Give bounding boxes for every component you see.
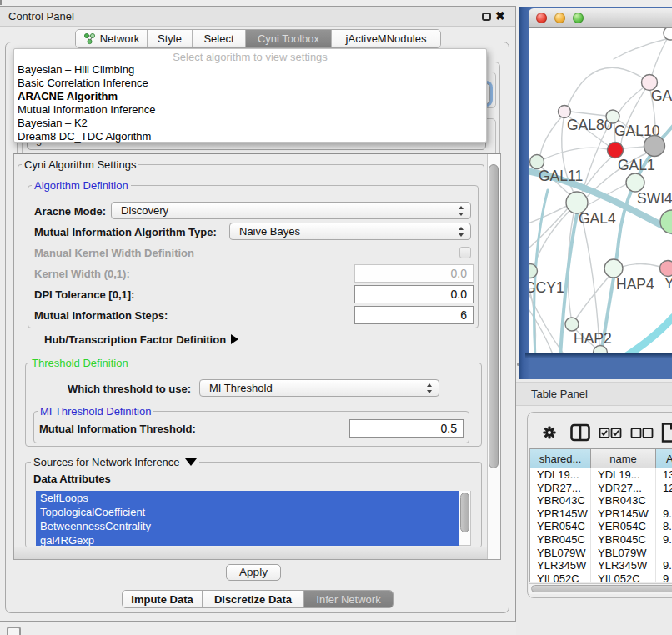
chevron-right-icon[interactable] [231,334,238,344]
network-node-n-pink[interactable] [660,261,672,277]
close-icon[interactable]: ✖ [495,9,505,22]
network-edge[interactable] [624,147,644,148]
algorithm-option[interactable]: Dream8 DC_TDC Algorithm [18,130,151,142]
algorithm-option[interactable]: Bayesian – Hill Climbing [18,63,134,76]
table-row[interactable]: YDR27...YDR27...12 [530,482,672,495]
network-edge[interactable] [544,148,608,159]
network-node-hap2[interactable] [565,318,579,331]
deselect-all-icon[interactable] [630,422,654,443]
tab-network[interactable]: Network [76,30,148,48]
close-icon[interactable] [536,12,547,23]
mi-type-value: Naive Bayes [239,225,300,238]
zoom-icon[interactable] [573,12,584,23]
table-row[interactable]: YBR045CYBR045C9. [530,533,672,547]
scrollbar-thumb[interactable] [489,164,499,468]
aracne-mode-label: Aracne Mode: [34,205,106,218]
sources-title[interactable]: Sources for Network Inference [31,456,199,468]
select-all-icon[interactable] [599,422,622,443]
gear-icon[interactable] [540,422,559,443]
node-label-gal80: GAL80 [567,117,613,133]
control-panel-titlebar[interactable]: Control Panel ✖ [0,7,515,27]
control-panel-tabs: NetworkStyleSelectCyni ToolboxjActiveMNo… [75,29,441,48]
network-edge[interactable] [568,68,642,106]
tab-impute-data[interactable]: Impute Data [123,591,203,608]
cyni-bottom-tabs: Impute DataDiscretize DataInfer Network [122,590,394,608]
network-edge[interactable] [619,88,644,112]
table-cell: YDL19... [598,468,654,482]
network-node-n-green[interactable] [660,210,672,233]
table-row[interactable]: YBL079WYBL079W [530,547,672,560]
network-window-titlebar[interactable] [529,8,672,28]
tab-discretize-data[interactable]: Discretize Data [203,591,304,608]
aracne-mode-combobox[interactable]: Discovery [111,202,471,219]
tab-jactivemnodules[interactable]: jActiveMNodules [332,30,440,48]
table-row[interactable]: YBR043CYBR043C [530,494,672,508]
tab-select[interactable]: Select [193,30,246,48]
manual-kernel-checkbox[interactable] [459,247,471,258]
apply-button[interactable]: Apply [226,564,281,581]
network-node-gal10[interactable] [606,110,619,123]
scroll-bottom-band [14,548,487,559]
table-row[interactable]: YPR145WYPR145W9. [530,508,672,521]
minimized-window-icon[interactable] [7,627,21,635]
table-row[interactable]: YER054CYER054C8. [530,520,672,533]
network-node-gal1[interactable] [608,142,624,158]
minimize-icon[interactable] [554,12,565,23]
tab-infer-network[interactable]: Infer Network [304,591,393,608]
table-row[interactable]: YDL19...YDL19...13 [530,468,672,482]
attribute-item[interactable]: BetweennessCentrality [36,519,459,533]
which-threshold-combobox[interactable]: MI Threshold [199,379,439,397]
table-row[interactable]: YIL052CYIL052C9 [530,572,672,582]
attribute-item[interactable]: gal4RGexp [36,533,459,546]
attribute-item[interactable]: SelfLoops [36,491,459,505]
split-columns-icon[interactable] [569,422,591,443]
table-row[interactable]: YLR345WYLR345W9. [530,559,672,572]
mi-type-combobox[interactable]: Naive Bayes [229,222,471,240]
float-icon[interactable] [482,12,491,21]
document-icon[interactable] [661,422,672,443]
mi-steps-field[interactable]: 6 [354,306,474,324]
network-edge[interactable] [529,296,553,353]
tab-cyni-toolbox[interactable]: Cyni Toolbox [246,30,332,48]
table-cell: YIL052C [598,572,654,582]
network-node-hap4[interactable] [604,259,623,278]
network-view-canvas[interactable]: GAL2GAL80GAL10GAL1GAL11SWI4GAL4GCY1HAP4Y… [529,28,672,353]
network-node-n-gray[interactable] [644,136,665,157]
column-header-2[interactable]: A [656,449,672,468]
mi-threshold-field[interactable]: 0.5 [349,419,464,438]
network-edge[interactable] [581,213,599,345]
table-cell: YDR27... [537,482,589,495]
network-edge[interactable] [576,276,609,318]
hub-section-label[interactable]: Hub/Transcription Factor Definition [44,333,226,346]
scrollbar-thumb[interactable] [460,492,469,532]
network-node-gal11[interactable] [530,155,544,169]
algorithm-option[interactable]: ARACNE Algorithm [18,90,118,102]
dpi-tolerance-field[interactable]: 0.0 [354,285,474,303]
node-table[interactable]: shared...nameA YDL19...YDL19...13YDR27..… [529,448,672,582]
attributes-vertical-scrollbar[interactable] [459,491,471,546]
network-node-gcy1[interactable] [529,264,538,278]
network-edge[interactable] [570,112,606,116]
attribute-item[interactable]: TopologicalCoefficient [36,505,459,519]
data-attributes-list[interactable]: SelfLoopsTopologicalCoefficientBetweenne… [36,491,459,546]
network-edge[interactable] [625,317,672,353]
network-edge[interactable] [622,264,660,268]
algorithm-option[interactable]: Bayesian – K2 [18,117,88,129]
algorithm-option[interactable]: Mutual Information Inference [18,103,155,116]
network-edge[interactable] [652,39,667,75]
table-panel-header[interactable]: Table Panel [516,382,672,406]
which-threshold-label: Which threshold to use: [68,382,191,395]
network-node-n-top[interactable] [664,28,672,40]
network-node-swi4[interactable] [626,173,644,192]
scrollbar-thumb[interactable] [531,585,672,592]
tab-style[interactable]: Style [148,30,193,48]
kernel-width-field[interactable]: 0.0 [354,264,474,282]
table-horizontal-scrollbar[interactable] [529,583,672,594]
tab-label: Network [100,32,140,45]
network-edge[interactable] [540,118,561,155]
table-cell: YBR043C [537,494,589,508]
column-header-1[interactable]: name [591,449,656,468]
column-header-0[interactable]: shared... [530,449,591,468]
network-edge[interactable] [582,123,609,193]
algorithm-option[interactable]: Basic Correlation Inference [18,77,148,89]
